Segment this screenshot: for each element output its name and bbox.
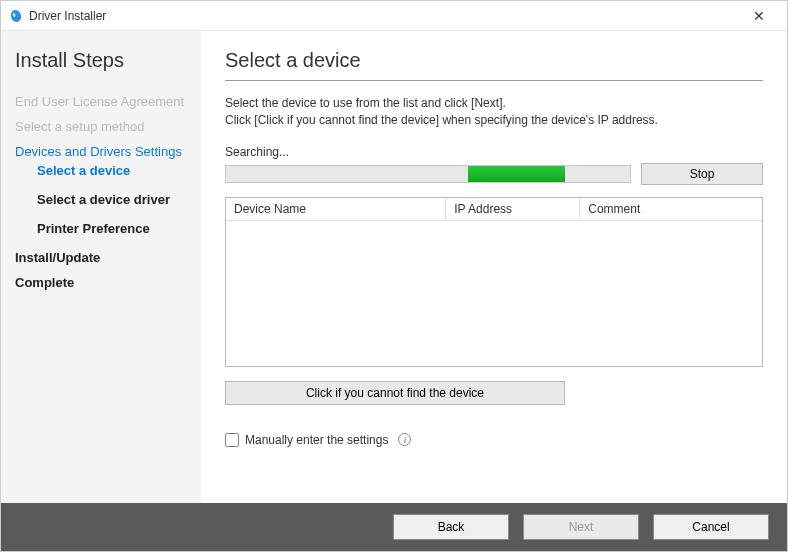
step-devices-drivers-label: Devices and Drivers Settings — [15, 144, 182, 159]
svg-point-0 — [9, 9, 23, 23]
sidebar: Install Steps End User License Agreement… — [1, 31, 201, 503]
body: Install Steps End User License Agreement… — [1, 31, 787, 503]
progress-row: Stop — [225, 163, 763, 185]
app-icon — [9, 9, 23, 23]
cancel-button[interactable]: Cancel — [653, 514, 769, 540]
next-button[interactable]: Next — [523, 514, 639, 540]
instructions: Select the device to use from the list a… — [225, 95, 763, 129]
col-device-name[interactable]: Device Name — [226, 198, 446, 221]
step-devices-drivers: Devices and Drivers Settings Select a de… — [15, 144, 187, 236]
sidebar-title: Install Steps — [15, 49, 187, 72]
back-button[interactable]: Back — [393, 514, 509, 540]
step-install-update: Install/Update — [15, 250, 187, 265]
manual-settings-row: Manually enter the settings i — [225, 433, 763, 447]
cannot-find-button[interactable]: Click if you cannot find the device — [225, 381, 565, 405]
step-complete: Complete — [15, 275, 187, 290]
manual-settings-label: Manually enter the settings — [245, 433, 388, 447]
substep-select-driver: Select a device driver — [37, 192, 187, 207]
instruction-line-2: Click [Click if you cannot find the devi… — [225, 112, 763, 129]
search-progress — [225, 165, 631, 183]
main: Select a device Select the device to use… — [201, 31, 787, 503]
col-comment[interactable]: Comment — [580, 198, 762, 221]
info-icon[interactable]: i — [398, 433, 411, 446]
footer: Back Next Cancel — [1, 503, 787, 551]
col-ip-address[interactable]: IP Address — [446, 198, 580, 221]
substep-printer-pref: Printer Preference — [37, 221, 187, 236]
step-setup-method: Select a setup method — [15, 119, 187, 134]
titlebar: Driver Installer ✕ — [1, 1, 787, 31]
progress-fill — [468, 166, 565, 182]
stop-button[interactable]: Stop — [641, 163, 763, 185]
title-divider — [225, 80, 763, 81]
searching-label: Searching... — [225, 145, 763, 159]
step-eula: End User License Agreement — [15, 94, 187, 109]
instruction-line-1: Select the device to use from the list a… — [225, 95, 763, 112]
page-title: Select a device — [225, 49, 763, 72]
device-table[interactable]: Device Name IP Address Comment — [225, 197, 763, 367]
substep-select-device: Select a device — [37, 163, 187, 178]
close-icon[interactable]: ✕ — [739, 8, 779, 24]
window-title: Driver Installer — [29, 9, 739, 23]
manual-settings-checkbox[interactable] — [225, 433, 239, 447]
